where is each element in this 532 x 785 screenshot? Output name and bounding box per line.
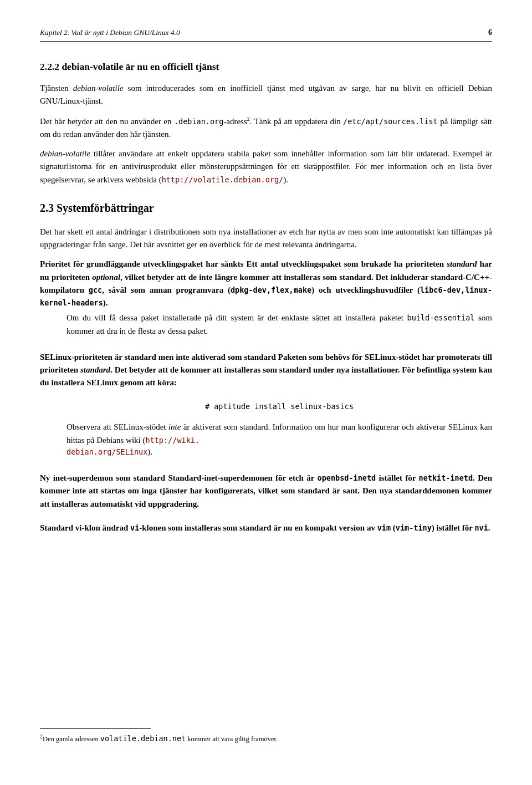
dl-term-prioritet: Prioritet för grundläggande utvecklingsp… [40,258,492,309]
dl-term-vi: Standard vi-klon ändrad vi-klonen som in… [40,522,492,534]
section-222-para1: Tjänsten debian-volatile som introducera… [40,82,492,108]
dl-item-inet: Ny inet-superdemon som standard Standard… [40,472,492,513]
code-selinux: # aptitude install selinux-basics [66,401,492,412]
dl-def-selinux: # aptitude install selinux-basics Observ… [66,392,492,463]
footnote-line [40,728,151,729]
dl-item-selinux: SELinux-prioriteten är standard men inte… [40,351,492,463]
section-23-intro: Det har skett ett antal ändringar i dist… [40,226,492,252]
dl-def-prioritet-2: Om du vill få dessa paket installerade p… [66,312,492,342]
footnote-area: 2Den gamla adressen volatile.debian.net … [40,715,492,752]
page-header: Kapitel 2. Vad är nytt i Debian GNU/Linu… [40,27,492,42]
header-left: Kapitel 2. Vad är nytt i Debian GNU/Linu… [40,27,180,39]
section-23-title: 2.3 Systemförbättringar [40,200,492,217]
section-23: 2.3 Systemförbättringar Det har skett et… [40,200,492,537]
footnote-ref-2: 2 [247,116,250,122]
header-right: 6 [488,27,492,39]
dl-item-vi: Standard vi-klon ändrad vi-klonen som in… [40,522,492,537]
section-222: 2.2.2 debian-volatile är nu en officiell… [40,59,492,186]
page: Kapitel 2. Vad är nytt i Debian GNU/Linu… [0,0,532,785]
section-222-para2: Det här betyder att den nu använder en .… [40,115,492,141]
footnote-2: 2Den gamla adressen volatile.debian.net … [40,732,492,745]
section-222-title: 2.2.2 debian-volatile är nu en officiell… [40,59,492,74]
section-222-para3: debian-volatile tillåter användare att e… [40,147,492,186]
dl-item-prioritet: Prioritet för grundläggande utvecklingsp… [40,258,492,342]
dl-term-selinux: SELinux-prioriteten är standard men inte… [40,351,492,390]
description-list: Prioritet för grundläggande utvecklingsp… [40,258,492,537]
dl-term-inet: Ny inet-superdemon som standard Standard… [40,472,492,511]
